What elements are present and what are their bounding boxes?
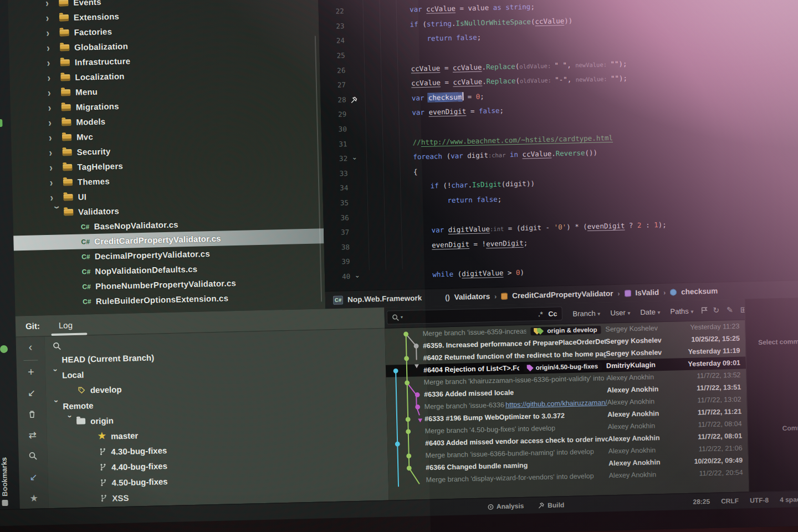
tag-icon xyxy=(78,386,85,393)
chevron-icon[interactable]: › xyxy=(48,101,62,114)
branch-label: 4.50-bug-fixes xyxy=(112,477,168,487)
tab-log[interactable]: Log xyxy=(59,320,73,330)
fold-marker-icon[interactable] xyxy=(350,269,366,284)
breadcrumb-namespace[interactable]: Validators xyxy=(454,292,490,301)
chevron-right-icon: › xyxy=(494,292,497,300)
tree-item-label: Menu xyxy=(75,87,98,97)
tree-item-label: Security xyxy=(76,146,110,156)
folder-icon xyxy=(60,59,70,66)
chevron-icon[interactable]: › xyxy=(49,146,63,159)
branch-label: 4.40-bug-fixes xyxy=(111,461,167,472)
compare-arrows-icon[interactable]: ⇄ xyxy=(18,424,47,446)
chevron-icon[interactable]: › xyxy=(50,191,64,204)
commit-date: 10/20/22, 09:49 xyxy=(685,456,748,466)
line-number: 37 xyxy=(324,225,350,241)
add-icon[interactable]: + xyxy=(17,361,46,383)
folder-icon xyxy=(63,163,72,170)
chevron-icon[interactable]: › xyxy=(50,176,64,189)
ref-tag-chip: origin/4.50-bug-fixes xyxy=(523,362,602,372)
chevron-down-icon: ▾ xyxy=(627,310,630,316)
filter-date[interactable]: Date ▾ xyxy=(640,308,660,316)
commit-rows: Merge branch 'issue-6359-increase-perfor… xyxy=(385,320,749,487)
branch-label: 4.30-bug-fixes xyxy=(111,446,167,456)
collapse-icon[interactable]: ‹ xyxy=(16,336,45,358)
incoming-arrow-icon[interactable]: ↙ xyxy=(19,466,48,488)
chevron-icon[interactable]: › xyxy=(48,86,62,99)
commit-author: Alexey Anokhin xyxy=(609,470,686,479)
line-number: 40 xyxy=(325,269,351,285)
refresh-icon[interactable]: ↻ xyxy=(713,305,719,314)
status-build[interactable]: Build xyxy=(538,501,564,509)
tree-item-label: Factories xyxy=(74,27,112,37)
quickfix-hammer-icon[interactable] xyxy=(346,92,362,107)
match-case-toggle[interactable]: Cc xyxy=(548,310,557,318)
chevron-icon[interactable]: › xyxy=(46,27,60,39)
line-number: 26 xyxy=(320,63,346,79)
line-number: 33 xyxy=(322,166,348,182)
pull-arrow-icon[interactable]: ↙ xyxy=(17,382,46,404)
filter-paths[interactable]: Paths ▾ xyxy=(670,306,693,315)
fold-marker-icon[interactable] xyxy=(347,151,364,166)
paintbrush-icon[interactable]: ✎ xyxy=(727,305,733,314)
bookmark-filter-icon[interactable] xyxy=(700,306,708,314)
chevron-icon[interactable]: › xyxy=(47,42,60,54)
line-number: 30 xyxy=(321,122,347,137)
filter-branch[interactable]: Branch ▾ xyxy=(572,309,600,318)
chevron-icon[interactable]: › xyxy=(45,0,59,9)
chevron-icon[interactable]: › xyxy=(51,206,64,219)
line-number: 25 xyxy=(319,48,345,64)
caret-position[interactable]: 28:25 xyxy=(693,498,710,506)
status-analysis[interactable]: Analysis xyxy=(488,502,524,511)
commit-stripe-icon[interactable] xyxy=(0,119,3,127)
bookmarks-stripe-button[interactable]: Bookmarks xyxy=(0,457,9,506)
branch-list: HEAD (Current Branch)›Localdevelop›Remot… xyxy=(45,344,388,507)
chevron-icon[interactable]: › xyxy=(48,116,62,129)
gutter-cell xyxy=(344,18,360,33)
git-branch-icon xyxy=(100,494,107,502)
delete-icon[interactable] xyxy=(17,403,47,425)
tree-item-label: CreditCardPropertyValidator.cs xyxy=(94,234,221,246)
chevron-down-icon[interactable]: › xyxy=(66,415,75,427)
gutter-cell xyxy=(345,63,361,78)
folder-icon xyxy=(76,418,85,424)
git-log-panel: ▾ .* Cc Branch ▾User ▾Date ▾Paths ▾ ↻ ✎ … xyxy=(384,297,798,500)
chevron-down-icon: ▾ xyxy=(401,315,403,320)
csharp-file-icon: C# xyxy=(82,283,91,290)
chevron-icon[interactable]: › xyxy=(46,12,60,24)
gutter-cell xyxy=(349,210,365,225)
folder-icon xyxy=(59,29,69,36)
chevron-icon[interactable]: › xyxy=(49,131,63,144)
chevron-icon[interactable]: › xyxy=(47,71,61,84)
project-tree-panel: ›Controllers›Events›Extensions›Factories… xyxy=(0,0,326,316)
log-search-field[interactable]: ▾ .* Cc xyxy=(387,306,562,324)
bookmarks-icon xyxy=(2,500,8,506)
breadcrumb-class[interactable]: CreditCardPropertyValidator xyxy=(512,289,613,300)
commit-author: Alexey Anokhin xyxy=(607,421,684,431)
tree-item-label: Infrastructure xyxy=(75,56,131,66)
commit-date: 11/7/22, 13:02 xyxy=(683,395,746,405)
chevron-icon[interactable]: › xyxy=(49,161,63,174)
commit-link[interactable]: https://github.com/khairuzzaman/ xyxy=(505,398,607,408)
chevron-icon[interactable]: › xyxy=(47,57,61,69)
chevron-down-icon[interactable]: › xyxy=(52,400,62,412)
git-panel-title: Git: xyxy=(25,321,40,331)
breadcrumb-field[interactable]: checksum xyxy=(681,287,718,296)
search-icon[interactable] xyxy=(18,445,48,467)
chevron-down-icon[interactable]: › xyxy=(52,369,61,381)
gutter-cell xyxy=(347,136,363,151)
git-stripe-icon[interactable] xyxy=(0,345,8,353)
commit-date: 11/7/22, 13:52 xyxy=(683,371,746,380)
tree-item-label: DecimalPropertyValidator.cs xyxy=(95,249,210,261)
csharp-project-icon: C# xyxy=(333,295,343,304)
breadcrumb-method[interactable]: IsValid xyxy=(635,288,659,297)
encoding[interactable]: UTF-8 xyxy=(750,497,769,505)
folder-icon xyxy=(62,104,71,110)
indent-setting[interactable]: 4 spaces xyxy=(780,495,798,504)
breadcrumb-project[interactable]: Nop.Web.Framework xyxy=(347,294,422,304)
favorite-star-icon: ★ xyxy=(98,432,106,441)
line-ending[interactable]: CRLF xyxy=(721,497,739,505)
star-icon[interactable]: ★ xyxy=(19,487,49,509)
code-editor[interactable]: override bool IsValid(ValidationContext<… xyxy=(318,0,798,291)
regex-toggle[interactable]: .* xyxy=(538,310,543,318)
filter-user[interactable]: User ▾ xyxy=(610,308,630,317)
